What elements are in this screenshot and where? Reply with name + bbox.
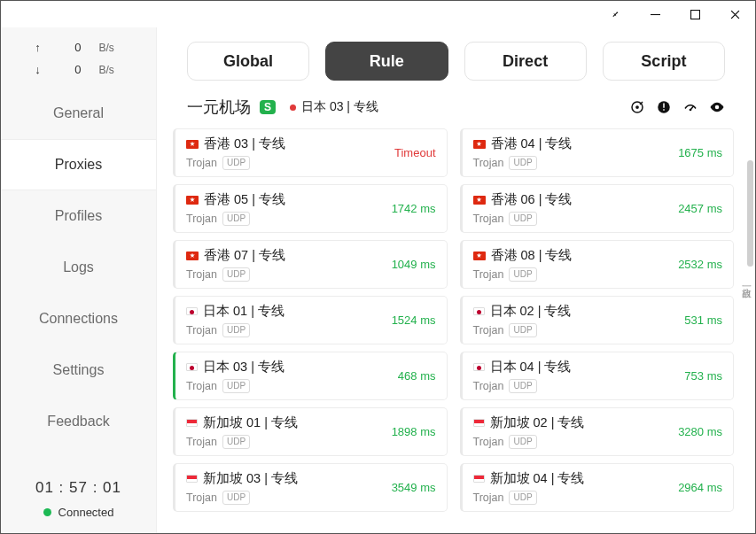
proxy-card[interactable]: 香港 04 | 专线TrojanUDP1675 ms: [460, 128, 735, 177]
proxy-udp-badge: UDP: [509, 267, 536, 282]
proxy-card[interactable]: 香港 08 | 专线TrojanUDP2532 ms: [460, 240, 735, 289]
proxy-card[interactable]: 新加坡 01 | 专线TrojanUDP1898 ms: [173, 407, 448, 456]
header-actions: [629, 99, 725, 115]
proxy-udp-badge: UDP: [509, 212, 536, 226]
svg-rect-1: [691, 10, 700, 19]
proxy-card[interactable]: 香港 03 | 专线TrojanUDPTimeout: [173, 128, 448, 177]
download-speed: ↓ 0 B/s: [1, 58, 156, 81]
nav-settings[interactable]: Settings: [1, 344, 156, 396]
jp-flag-icon: [290, 104, 296, 111]
hk-flag-icon: [473, 196, 486, 205]
tab-script[interactable]: Script: [603, 42, 725, 81]
group-type-badge: S: [260, 100, 276, 114]
jp-flag-icon: [186, 307, 198, 315]
proxy-name: 日本 02 | 专线: [490, 303, 572, 320]
proxy-card[interactable]: 香港 05 | 专线TrojanUDP1742 ms: [173, 184, 448, 233]
proxy-card[interactable]: 香港 06 | 专线TrojanUDP2457 ms: [460, 184, 735, 233]
proxy-card[interactable]: 新加坡 02 | 专线TrojanUDP3280 ms: [460, 407, 735, 456]
proxy-udp-badge: UDP: [509, 323, 536, 337]
sg-flag-icon: [186, 419, 198, 427]
proxy-protocol: Trojan: [186, 436, 217, 448]
proxy-card[interactable]: 日本 04 | 专线TrojanUDP753 ms: [460, 352, 735, 400]
proxy-udp-badge: UDP: [222, 435, 250, 449]
connection-status: Connected: [1, 506, 156, 519]
proxy-latency: 1049 ms: [392, 258, 436, 271]
proxy-udp-badge: UDP: [222, 267, 250, 282]
proxy-name: 日本 04 | 专线: [490, 359, 572, 375]
proxy-protocol: Trojan: [186, 213, 217, 225]
mode-tabs: Global Rule Direct Script: [157, 27, 755, 97]
nav-feedback[interactable]: Feedback: [1, 396, 156, 447]
proxy-name: 香港 03 | 专线: [204, 135, 285, 152]
svg-rect-0: [651, 13, 660, 14]
svg-point-3: [635, 105, 639, 109]
hk-flag-icon: [186, 140, 199, 149]
scrollbar-thumb[interactable]: [747, 160, 753, 267]
nav-profiles[interactable]: Profiles: [1, 190, 156, 242]
tab-direct[interactable]: Direct: [464, 42, 587, 81]
eye-icon[interactable]: [709, 99, 725, 115]
group-name: 一元机场: [187, 97, 251, 118]
upload-value: 0: [60, 41, 82, 54]
proxy-latency: 1898 ms: [392, 425, 436, 438]
proxy-udp-badge: UDP: [222, 491, 250, 505]
proxy-card[interactable]: 香港 07 | 专线TrojanUDP1049 ms: [173, 240, 448, 289]
nav-general[interactable]: General: [1, 88, 156, 139]
proxy-udp-badge: UDP: [509, 491, 536, 505]
proxy-protocol: Trojan: [186, 324, 217, 337]
proxy-latency: Timeout: [394, 146, 435, 159]
proxy-name: 日本 03 | 专线: [203, 359, 284, 375]
proxy-latency: 3549 ms: [392, 481, 436, 494]
proxy-latency: 2457 ms: [678, 202, 722, 215]
proxy-protocol: Trojan: [473, 213, 504, 225]
tab-global[interactable]: Global: [187, 42, 309, 81]
speedtest-icon[interactable]: [682, 99, 698, 115]
proxy-list[interactable]: TrojanUDP2835 msTrojanUDP4028 ms香港 03 | …: [157, 123, 755, 533]
svg-rect-6: [663, 109, 665, 111]
proxy-latency: 1675 ms: [678, 146, 722, 159]
proxy-card[interactable]: 新加坡 04 | 专线TrojanUDP2964 ms: [460, 463, 735, 512]
nav-proxies[interactable]: Proxies: [1, 139, 156, 190]
pin-icon[interactable]: [596, 1, 635, 27]
status-panel: 01 : 57 : 01 Connected: [1, 468, 156, 533]
proxy-name: 香港 08 | 专线: [491, 247, 573, 264]
side-label: 一自故: [738, 277, 755, 284]
svg-point-8: [715, 105, 720, 110]
proxy-udp-badge: UDP: [509, 156, 536, 170]
proxy-udp-badge: UDP: [509, 435, 536, 449]
jp-flag-icon: [186, 363, 198, 371]
app-window: ↑ 0 B/s ↓ 0 B/s General Proxies Profiles…: [0, 0, 756, 534]
proxy-card[interactable]: 日本 02 | 专线TrojanUDP531 ms: [460, 296, 735, 344]
proxy-protocol: Trojan: [186, 491, 217, 504]
titlebar: [1, 1, 755, 27]
tab-rule[interactable]: Rule: [325, 42, 448, 81]
close-button[interactable]: [715, 1, 755, 27]
nav-logs[interactable]: Logs: [1, 242, 156, 293]
main: Global Rule Direct Script 一元机场 S 日本 03 |…: [157, 27, 755, 533]
proxy-latency: 468 ms: [398, 369, 436, 383]
proxy-protocol: Trojan: [473, 157, 504, 169]
proxy-card[interactable]: 新加坡 03 | 专线TrojanUDP3549 ms: [173, 463, 448, 512]
minimize-button[interactable]: [635, 1, 675, 27]
maximize-button[interactable]: [675, 1, 715, 27]
jp-flag-icon: [473, 363, 485, 371]
speed-panel: ↑ 0 B/s ↓ 0 B/s: [1, 27, 156, 88]
sg-flag-icon: [473, 419, 485, 427]
nav-connections[interactable]: Connections: [1, 293, 156, 344]
proxy-name: 香港 05 | 专线: [204, 191, 285, 208]
upload-unit: B/s: [99, 42, 124, 54]
proxy-card[interactable]: 日本 01 | 专线TrojanUDP1524 ms: [173, 296, 448, 344]
proxy-name: 香港 07 | 专线: [204, 247, 285, 264]
sg-flag-icon: [473, 475, 485, 483]
group-selected-label: 日本 03 | 专线: [301, 99, 378, 115]
proxy-card[interactable]: 日本 03 | 专线TrojanUDP468 ms: [173, 352, 448, 400]
upload-speed: ↑ 0 B/s: [1, 36, 156, 58]
proxy-latency: 3280 ms: [678, 425, 722, 438]
locate-icon[interactable]: [629, 99, 645, 115]
hk-flag-icon: [473, 252, 486, 260]
group-header: 一元机场 S 日本 03 | 专线: [157, 97, 755, 123]
jp-flag-icon: [473, 307, 485, 315]
proxy-protocol: Trojan: [186, 380, 217, 392]
uptime-clock: 01 : 57 : 01: [1, 479, 156, 497]
alert-icon[interactable]: [656, 99, 672, 115]
